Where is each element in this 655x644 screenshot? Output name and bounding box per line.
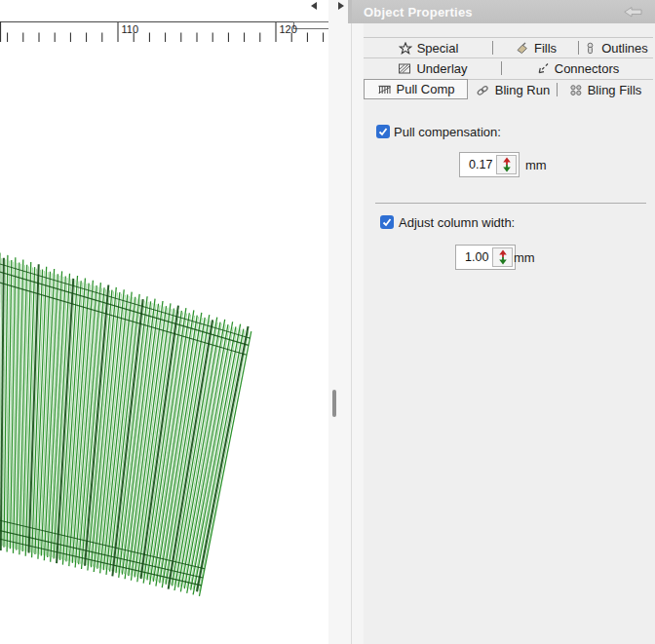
object-properties-panel: Object Properties Special Fills xyxy=(351,0,655,644)
tab-pull-comp[interactable]: Pull Comp xyxy=(364,79,468,99)
vertical-scrollbar[interactable] xyxy=(328,0,351,644)
star-icon xyxy=(399,42,412,55)
paint-fill-icon xyxy=(516,42,529,55)
tab-connectors[interactable]: Connectors xyxy=(502,57,653,78)
adjust-column-width-checkbox[interactable] xyxy=(380,215,394,229)
tab-label: Special xyxy=(417,41,459,56)
section-separator xyxy=(375,203,646,204)
tab-label: Connectors xyxy=(555,61,619,76)
adjust-column-width-spinner[interactable] xyxy=(492,247,513,267)
spin-updown-icon xyxy=(498,249,508,265)
checkmark-icon xyxy=(381,216,393,228)
pull-compensation-unit: mm xyxy=(525,158,547,172)
tab-underlay[interactable]: Underlay xyxy=(364,57,502,78)
tab-label: Bling Run xyxy=(495,83,550,97)
tab-label: Outlines xyxy=(601,41,648,56)
tab-outlines[interactable]: Outlines xyxy=(579,37,653,57)
underlay-hatch-icon xyxy=(398,62,411,75)
chain-link-icon xyxy=(476,84,490,96)
pull-compensation-field[interactable] xyxy=(459,152,520,177)
triangle-left-icon[interactable] xyxy=(311,2,317,10)
pull-compensation-label: Pull compensation: xyxy=(394,125,501,139)
stitch-design-object[interactable] xyxy=(0,0,328,644)
tab-label: Pull Comp xyxy=(397,82,455,96)
triangle-right-icon[interactable] xyxy=(338,2,344,10)
tab-label: Underlay xyxy=(416,61,467,76)
adjust-column-width-label: Adjust column width: xyxy=(399,215,515,230)
panel-edge xyxy=(348,0,352,23)
design-canvas[interactable]: 110120 xyxy=(0,0,328,644)
panel-title-bar[interactable]: Object Properties xyxy=(352,0,655,23)
tab-fills[interactable]: Fills xyxy=(493,37,579,57)
tab-row-2: Underlay Connectors xyxy=(364,57,653,78)
adjust-column-width-field[interactable] xyxy=(455,245,516,270)
spin-updown-icon xyxy=(502,157,512,172)
panel-title: Object Properties xyxy=(364,5,473,19)
panel-gutter xyxy=(352,23,364,644)
pull-compensation-checkbox[interactable] xyxy=(376,125,390,138)
dock-arrow-left-icon[interactable] xyxy=(624,7,642,18)
tab-bling-run[interactable]: Bling Run xyxy=(468,79,558,99)
checkmark-icon xyxy=(377,126,389,137)
pull-compensation-spinner[interactable] xyxy=(496,155,517,174)
tab-label: Bling Fills xyxy=(588,83,642,97)
vertical-scrollbar-thumb[interactable] xyxy=(332,390,336,417)
adjust-column-width-unit: mm xyxy=(514,250,535,265)
tab-row-3: Pull Comp Bling Run Bling Fi xyxy=(364,79,653,99)
connector-arrow-icon xyxy=(536,62,550,75)
pull-comp-comb-icon xyxy=(377,84,392,95)
tab-row-1: Special Fills Outlines xyxy=(364,37,653,57)
application-window: 110120 Object Properties Special xyxy=(0,0,655,644)
tab-label: Fills xyxy=(534,41,557,56)
gem-grid-icon xyxy=(569,84,583,96)
tab-special[interactable]: Special xyxy=(364,37,493,57)
outline-icon xyxy=(584,42,597,55)
tab-bling-fills[interactable]: Bling Fills xyxy=(558,79,653,99)
